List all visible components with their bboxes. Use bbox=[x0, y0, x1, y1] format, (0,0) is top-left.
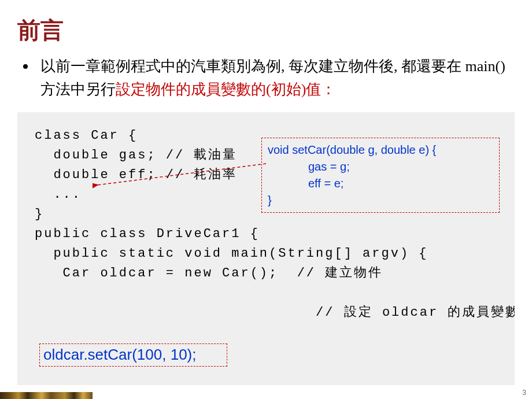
code-line: public class DriveCar1 { bbox=[35, 224, 497, 244]
bullet-dot-icon bbox=[23, 64, 28, 69]
callout-setcar-invocation: oldcar.setCar(100, 10); bbox=[39, 343, 227, 367]
slide-title: 前言 bbox=[17, 14, 515, 46]
slide: 前言 以前一章範例程式中的汽車類別為例, 每次建立物件後, 都還要在 main(… bbox=[0, 0, 532, 399]
bullet-item: 以前一章範例程式中的汽車類別為例, 每次建立物件後, 都還要在 main() 方… bbox=[23, 55, 515, 102]
callout-line: eff = e; bbox=[268, 175, 493, 192]
callout-line: } bbox=[268, 192, 493, 209]
code-line-comment: // 設定 oldcar 的成員變數值 bbox=[316, 305, 515, 320]
code-block: class Car { double gas; // 載油量 double ef… bbox=[17, 112, 515, 385]
callout-line: void setCar(double g, double e) { bbox=[268, 142, 493, 158]
page-number: 3 bbox=[522, 389, 526, 397]
code-line-with-call: oldcar.setCar(100,10)// 設定 oldcar 的成員變數值 bbox=[35, 283, 497, 342]
bullet-text-highlight: 設定物件的成員變數的(初始)值： bbox=[116, 81, 336, 98]
code-line: public static void main(String[] argv) { bbox=[35, 244, 497, 264]
code-line: Car oldcar = new Car(); // 建立物件 bbox=[35, 264, 497, 283]
callout-setcar-definition: void setCar(double g, double e) { gas = … bbox=[261, 138, 500, 213]
callout-line: gas = g; bbox=[268, 158, 493, 175]
decorative-strip bbox=[0, 392, 93, 399]
bullet-text: 以前一章範例程式中的汽車類別為例, 每次建立物件後, 都還要在 main() 方… bbox=[40, 55, 515, 102]
